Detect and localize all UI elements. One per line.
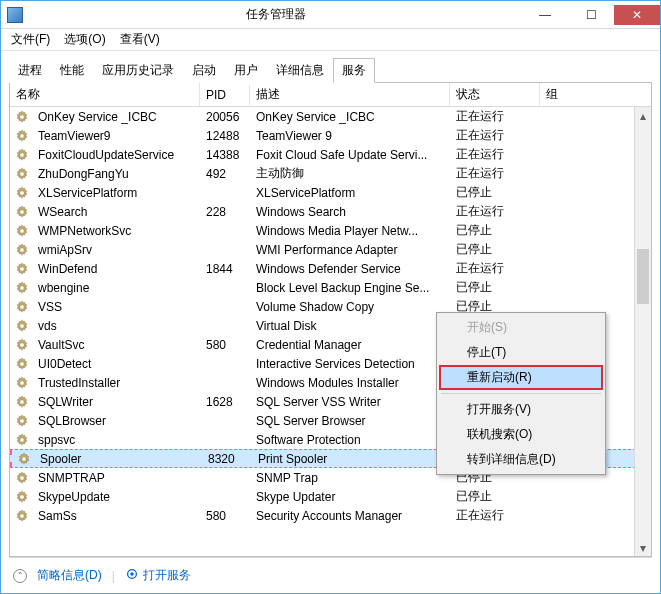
- service-name: OnKey Service _ICBC: [32, 110, 200, 124]
- service-name: WSearch: [32, 205, 200, 219]
- scroll-track[interactable]: [635, 124, 651, 539]
- service-status: 已停止: [450, 184, 540, 201]
- menu-restart[interactable]: 重新启动(R): [439, 365, 603, 390]
- service-name: WinDefend: [32, 262, 200, 276]
- service-desc: Security Accounts Manager: [250, 509, 450, 523]
- service-icon: [14, 318, 30, 334]
- service-row[interactable]: SkypeUpdateSkype Updater已停止: [10, 487, 651, 506]
- service-icon: [14, 470, 30, 486]
- service-icon: [14, 242, 30, 258]
- tab-6[interactable]: 服务: [333, 58, 375, 83]
- service-desc: Foxit Cloud Safe Update Servi...: [250, 148, 450, 162]
- service-icon: [14, 337, 30, 353]
- service-row[interactable]: XLServicePlatformXLServicePlatform已停止: [10, 183, 651, 202]
- service-status: 正在运行: [450, 260, 540, 277]
- service-row[interactable]: WSearch228Windows Search正在运行: [10, 202, 651, 221]
- service-desc: Interactive Services Detection: [250, 357, 450, 371]
- table-header: 名称 PID 描述 状态 组: [10, 83, 651, 107]
- service-desc: XLServicePlatform: [250, 186, 450, 200]
- menu-open-services[interactable]: 打开服务(V): [439, 397, 603, 422]
- svg-point-14: [20, 380, 24, 384]
- service-name: SQLBrowser: [32, 414, 200, 428]
- gear-icon: [125, 567, 139, 584]
- service-row[interactable]: wbengineBlock Level Backup Engine Se...已…: [10, 278, 651, 297]
- service-name: VaultSvc: [32, 338, 200, 352]
- brief-info-link[interactable]: 简略信息(D): [37, 567, 102, 584]
- service-icon: [14, 375, 30, 391]
- app-icon: [7, 7, 23, 23]
- service-desc: Windows Media Player Netw...: [250, 224, 450, 238]
- service-row[interactable]: wmiApSrvWMI Performance Adapter已停止: [10, 240, 651, 259]
- service-status: 正在运行: [450, 165, 540, 182]
- service-status: 已停止: [450, 222, 540, 239]
- tab-3[interactable]: 启动: [183, 58, 225, 83]
- service-name: SkypeUpdate: [32, 490, 200, 504]
- service-icon: [16, 451, 32, 467]
- menu-go-details[interactable]: 转到详细信息(D): [439, 447, 603, 472]
- tab-0[interactable]: 进程: [9, 58, 51, 83]
- service-icon: [14, 166, 30, 182]
- service-row[interactable]: TeamViewer912488TeamViewer 9正在运行: [10, 126, 651, 145]
- minimize-button[interactable]: —: [522, 5, 568, 25]
- service-icon: [14, 413, 30, 429]
- service-desc: SNMP Trap: [250, 471, 450, 485]
- tab-1[interactable]: 性能: [51, 58, 93, 83]
- maximize-button[interactable]: ☐: [568, 5, 614, 25]
- tab-4[interactable]: 用户: [225, 58, 267, 83]
- svg-point-12: [20, 342, 24, 346]
- window-buttons: — ☐ ✕: [522, 5, 660, 25]
- service-desc: Block Level Backup Engine Se...: [250, 281, 450, 295]
- menu-search-online[interactable]: 联机搜索(O): [439, 422, 603, 447]
- svg-point-10: [20, 304, 24, 308]
- column-status[interactable]: 状态: [450, 83, 540, 106]
- service-name: SQLWriter: [32, 395, 200, 409]
- column-desc[interactable]: 描述: [250, 83, 450, 106]
- column-name[interactable]: 名称: [10, 83, 200, 106]
- service-name: WMPNetworkSvc: [32, 224, 200, 238]
- tab-2[interactable]: 应用历史记录: [93, 58, 183, 83]
- service-row[interactable]: ZhuDongFangYu492主动防御正在运行: [10, 164, 651, 183]
- menu-file[interactable]: 文件(F): [5, 29, 56, 50]
- column-pid[interactable]: PID: [200, 85, 250, 105]
- open-services-label: 打开服务: [143, 567, 191, 584]
- service-row[interactable]: WMPNetworkSvcWindows Media Player Netw..…: [10, 221, 651, 240]
- close-button[interactable]: ✕: [614, 5, 660, 25]
- svg-point-17: [20, 437, 24, 441]
- service-pid: 20056: [200, 110, 250, 124]
- menubar: 文件(F) 选项(O) 查看(V): [1, 29, 660, 51]
- tab-5[interactable]: 详细信息: [267, 58, 333, 83]
- service-status: 正在运行: [450, 127, 540, 144]
- service-pid: 14388: [200, 148, 250, 162]
- service-desc: SQL Server VSS Writer: [250, 395, 450, 409]
- service-row[interactable]: FoxitCloudUpdateService14388Foxit Cloud …: [10, 145, 651, 164]
- service-desc: Credential Manager: [250, 338, 450, 352]
- service-icon: [14, 508, 30, 524]
- svg-point-9: [20, 285, 24, 289]
- service-row[interactable]: SamSs580Security Accounts Manager正在运行: [10, 506, 651, 525]
- service-desc: Print Spooler: [252, 452, 452, 466]
- service-status: 正在运行: [450, 146, 540, 163]
- service-desc: Volume Shadow Copy: [250, 300, 450, 314]
- collapse-icon[interactable]: ˄: [13, 569, 27, 583]
- svg-point-4: [20, 190, 24, 194]
- scroll-down-icon[interactable]: ▾: [635, 539, 651, 556]
- service-desc: SQL Server Browser: [250, 414, 450, 428]
- service-row[interactable]: WinDefend1844Windows Defender Service正在运…: [10, 259, 651, 278]
- service-icon: [14, 185, 30, 201]
- svg-point-6: [20, 228, 24, 232]
- service-row[interactable]: OnKey Service _ICBC20056OnKey Service _I…: [10, 107, 651, 126]
- scroll-thumb[interactable]: [637, 249, 649, 304]
- menu-stop[interactable]: 停止(T): [439, 340, 603, 365]
- service-desc: Software Protection: [250, 433, 450, 447]
- menu-view[interactable]: 查看(V): [114, 29, 166, 50]
- svg-point-5: [20, 209, 24, 213]
- menu-options[interactable]: 选项(O): [58, 29, 111, 50]
- vertical-scrollbar[interactable]: ▴ ▾: [634, 107, 651, 556]
- task-manager-window: 任务管理器 — ☐ ✕ 文件(F) 选项(O) 查看(V) 进程性能应用历史记录…: [0, 0, 661, 594]
- scroll-up-icon[interactable]: ▴: [635, 107, 651, 124]
- service-name: TrustedInstaller: [32, 376, 200, 390]
- service-pid: 580: [200, 509, 250, 523]
- service-name: wmiApSrv: [32, 243, 200, 257]
- open-services-link[interactable]: 打开服务: [125, 567, 191, 584]
- column-group[interactable]: 组: [540, 83, 651, 106]
